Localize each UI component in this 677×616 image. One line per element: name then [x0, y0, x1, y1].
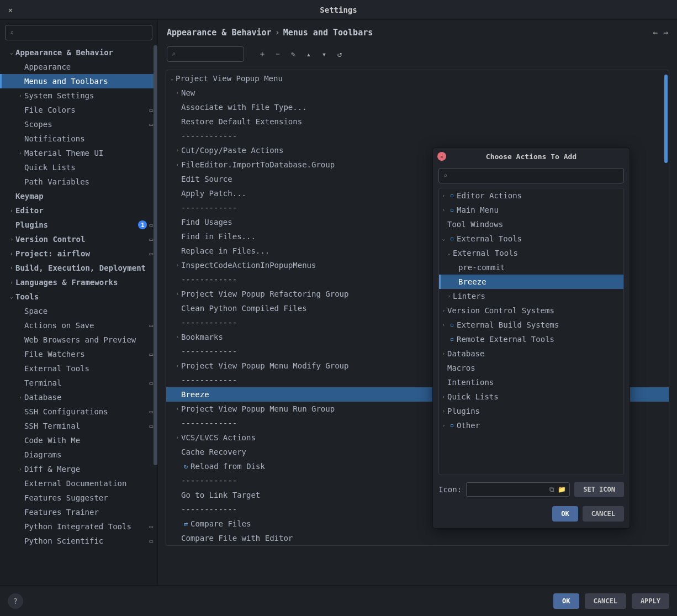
action-tree-item[interactable]: ›Version Control Systems — [439, 303, 623, 318]
modal-cancel-button[interactable]: CANCEL — [583, 506, 624, 522]
sidebar-item[interactable]: ⌄Tools — [0, 289, 157, 304]
sidebar-item[interactable]: Scopes▭ — [0, 117, 157, 131]
sidebar-item[interactable]: File Colors▭ — [0, 103, 157, 117]
sidebar-item[interactable]: ›Version Control▭ — [0, 232, 157, 246]
add-action-button[interactable]: ＋ — [256, 48, 268, 60]
sidebar-item[interactable]: ⌄Appearance & Behavior — [0, 45, 157, 60]
sidebar-item[interactable]: Terminal▭ — [0, 376, 157, 390]
sidebar-item[interactable]: Plugins1▭ — [0, 218, 157, 232]
forward-icon[interactable]: → — [663, 28, 668, 38]
modal-close-icon[interactable]: ✕ — [437, 152, 446, 161]
menu-item-label: Go to Link Target — [181, 491, 260, 499]
sidebar-item[interactable]: ›Material Theme UI — [0, 146, 157, 160]
action-tree-item[interactable]: Breeze — [439, 275, 623, 289]
menu-tree-item[interactable]: Compare File with Editor — [166, 531, 669, 545]
sidebar-item[interactable]: Python Scientific▭ — [0, 534, 157, 548]
action-tree-item[interactable]: pre-commit — [439, 260, 623, 275]
action-tree-item[interactable]: ›▫Main Menu — [439, 203, 623, 217]
sidebar-item[interactable]: SSH Terminal▭ — [0, 419, 157, 433]
sidebar-item[interactable]: Code With Me — [0, 433, 157, 447]
help-button[interactable]: ? — [8, 593, 23, 609]
move-up-button[interactable]: ▴ — [303, 48, 315, 60]
ok-button[interactable]: OK — [553, 593, 579, 609]
sidebar-scrollbar[interactable] — [154, 45, 157, 465]
sidebar-item[interactable]: Menus and Toolbars — [0, 74, 157, 88]
sidebar-item[interactable]: Quick Lists — [0, 160, 157, 175]
action-tree-item[interactable]: ›Linters — [439, 289, 623, 303]
action-tree-item[interactable]: Intentions — [439, 375, 623, 389]
sidebar-item-label: Actions on Save — [24, 321, 149, 330]
sidebar-item[interactable]: SSH Configurations▭ — [0, 404, 157, 419]
action-tree-item[interactable]: ›Plugins — [439, 404, 623, 418]
close-icon[interactable]: ✕ — [4, 4, 17, 16]
sidebar-item[interactable]: Space — [0, 304, 157, 318]
sidebar-item[interactable]: Notifications — [0, 131, 157, 146]
menu-tree-item[interactable]: ›New — [166, 86, 669, 100]
action-tree-item[interactable]: ⌄External Tools — [439, 246, 623, 260]
action-tree-item[interactable]: ⌄▫External Tools — [439, 231, 623, 246]
copy-icon[interactable]: ⧉ — [549, 486, 554, 493]
action-tree-item[interactable]: ›Database — [439, 346, 623, 361]
modal-ok-button[interactable]: OK — [552, 506, 578, 522]
menu-item-label: Clean Python Compiled Files — [181, 304, 307, 313]
search-icon: ⌕ — [443, 172, 447, 180]
menu-item-label: ------------ — [181, 347, 237, 356]
sidebar-item[interactable]: Path Variables — [0, 175, 157, 189]
modified-icon: ▭ — [149, 250, 153, 257]
sidebar-item[interactable]: Features Suggester — [0, 491, 157, 505]
action-tree-item[interactable]: ›▫External Build Systems — [439, 318, 623, 332]
sidebar-item[interactable]: ›Project: airflow▭ — [0, 246, 157, 261]
action-item-label: External Tools — [453, 249, 518, 257]
chevron-icon: › — [440, 308, 447, 313]
move-down-button[interactable]: ▾ — [318, 48, 330, 60]
sidebar-item[interactable]: ›Build, Execution, Deployment — [0, 261, 157, 275]
sidebar-item[interactable]: Diagrams — [0, 447, 157, 462]
action-tree-item[interactable]: Tool Windows — [439, 217, 623, 231]
menu-search-input[interactable]: ⌕ — [167, 46, 244, 62]
sidebar-item[interactable]: ›System Settings — [0, 88, 157, 103]
sidebar-item[interactable]: Actions on Save▭ — [0, 318, 157, 333]
sidebar-item-label: Keymap — [15, 192, 157, 201]
sidebar-search-input[interactable]: ⌕ — [5, 25, 152, 40]
sidebar-item[interactable]: ›Database — [0, 390, 157, 404]
reset-button[interactable]: ↺ — [334, 48, 346, 60]
menu-scrollbar[interactable] — [664, 75, 668, 163]
modal-search-input[interactable]: ⌕ — [438, 168, 624, 183]
chevron-icon: › — [17, 150, 24, 156]
sidebar-item[interactable]: Features Trainer — [0, 505, 157, 519]
chevron-icon: ⌄ — [168, 76, 176, 81]
folder-icon[interactable]: 📁 — [558, 486, 566, 493]
sidebar-item-label: File Watchers — [24, 350, 149, 359]
sidebar-item[interactable]: External Tools — [0, 361, 157, 376]
action-tree-item[interactable]: ›▫Other — [439, 418, 623, 433]
edit-action-button[interactable]: ✎ — [287, 48, 299, 60]
remove-action-button[interactable]: － — [272, 48, 284, 60]
sidebar-item[interactable]: ›Diff & Merge — [0, 462, 157, 476]
cancel-button[interactable]: CANCEL — [585, 593, 626, 609]
menu-item-label: ------------ — [181, 318, 237, 327]
menu-separator[interactable]: ------------ — [166, 129, 669, 143]
sidebar-item[interactable]: ›Editor — [0, 203, 157, 218]
sidebar-item[interactable]: Web Browsers and Preview — [0, 333, 157, 347]
menu-tree-item[interactable]: Restore Default Extensions — [166, 114, 669, 129]
action-item-label: External Tools — [457, 234, 522, 243]
folder-icon: ▫ — [447, 206, 457, 214]
sidebar-item[interactable]: Appearance — [0, 60, 157, 74]
menu-tree-item[interactable]: ⌄Project View Popup Menu — [166, 71, 669, 86]
action-tree-item[interactable]: ›Quick Lists — [439, 389, 623, 404]
menu-tree-item[interactable]: Associate with File Type... — [166, 100, 669, 114]
action-tree-item[interactable]: Macros — [439, 361, 623, 375]
action-tree-item[interactable]: ▫Remote External Tools — [439, 332, 623, 346]
icon-input[interactable]: ⧉ 📁 — [466, 482, 570, 497]
set-icon-button[interactable]: SET ICON — [574, 482, 624, 497]
sidebar-item[interactable]: ›Languages & Frameworks — [0, 275, 157, 289]
back-icon[interactable]: ← — [653, 28, 658, 38]
chevron-icon: › — [174, 291, 181, 297]
action-tree-item[interactable]: ›▫Editor Actions — [439, 188, 623, 203]
apply-button[interactable]: APPLY — [632, 593, 669, 609]
menu-item-label: New — [181, 88, 195, 97]
sidebar-item[interactable]: File Watchers▭ — [0, 347, 157, 361]
sidebar-item[interactable]: External Documentation — [0, 476, 157, 491]
sidebar-item[interactable]: Python Integrated Tools▭ — [0, 519, 157, 534]
sidebar-item[interactable]: Keymap — [0, 189, 157, 203]
